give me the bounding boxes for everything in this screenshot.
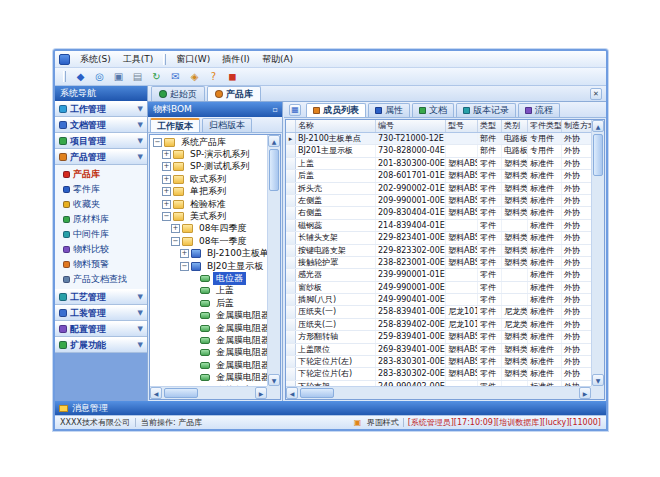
- scroll-left-icon[interactable]: ◀: [150, 387, 162, 399]
- tree-node-金属膜电阻器[interactable]: 金属膜电阻器: [150, 322, 267, 334]
- lock-button[interactable]: ◈: [186, 69, 203, 84]
- table-row[interactable]: 压纸夹(二)258-839402-00E尼龙1010零件尼龙类标准件外协条: [286, 319, 591, 331]
- scroll-down-icon[interactable]: ▼: [592, 374, 604, 386]
- tab-close-button[interactable]: ✕: [590, 88, 602, 100]
- tree-node-电位器[interactable]: 电位器: [150, 272, 267, 284]
- mail-button[interactable]: ✉: [167, 69, 184, 84]
- scroll-up-icon[interactable]: ▲: [592, 120, 604, 132]
- table-row[interactable]: 拆头壳202-990002-01E塑料ABS零件塑料类标准件外协条: [286, 183, 591, 195]
- table-row[interactable]: 磁钢蕊214-839404-01E零件标准件外协条: [286, 220, 591, 232]
- menu-item-2[interactable]: 工具(T): [117, 51, 160, 68]
- sidebar-item-产品文档查找[interactable]: 产品文档查找: [55, 272, 147, 287]
- print-button[interactable]: ▤: [129, 69, 146, 84]
- system-button[interactable]: ◆: [72, 69, 89, 84]
- bom-tree-vscrollbar[interactable]: ▲ ▼: [267, 135, 280, 386]
- tab-起始页[interactable]: 起始页: [151, 86, 205, 101]
- expand-expander[interactable]: +: [162, 162, 171, 171]
- tree-node-单把系列[interactable]: +单把系列: [150, 186, 267, 198]
- tree-node-SP-演示机系列[interactable]: +SP-演示机系列: [150, 148, 267, 160]
- menu-item-4[interactable]: 插件(I): [216, 51, 256, 68]
- exit-button[interactable]: ◼: [224, 69, 241, 84]
- detail-tab-属性[interactable]: 属性: [368, 103, 410, 117]
- tree-node-检验标准[interactable]: +检验标准: [150, 198, 267, 210]
- sidebar-group-产品管理[interactable]: 产品管理▼: [55, 149, 147, 165]
- tree-node-SP-测试机系列[interactable]: +SP-测试机系列: [150, 161, 267, 173]
- table-row[interactable]: 接触轮护罩238-823001-00E塑料ABS零件塑料类标准件外协条: [286, 257, 591, 269]
- tree-node-BJ-2100主板单点[interactable]: +BJ-2100主板单点: [150, 248, 267, 260]
- tree-node-金属膜电阻器[interactable]: 金属膜电阻器: [150, 309, 267, 321]
- hscroll-thumb[interactable]: [300, 388, 334, 398]
- expand-expander[interactable]: +: [180, 249, 189, 258]
- expand-expander[interactable]: +: [162, 200, 171, 209]
- table-row[interactable]: 后盖208-601701-01E塑料ABS零件塑料类标准件外协条: [286, 170, 591, 182]
- grid-vscrollbar[interactable]: ▲ ▼: [591, 120, 604, 386]
- sidebar-item-收藏夹[interactable]: 收藏夹: [55, 197, 147, 212]
- table-row[interactable]: 下轮定位片(左)283-830301-00E塑料ABS零件塑料类标准件外协条: [286, 356, 591, 368]
- tree-node-金属膜电阻器[interactable]: 金属膜电阻器: [150, 334, 267, 346]
- menu-item-5[interactable]: 帮助(A): [256, 51, 299, 68]
- sidebar-item-零件库[interactable]: 零件库: [55, 182, 147, 197]
- collapse-expander[interactable]: −: [162, 212, 171, 221]
- detail-tab-流程[interactable]: 流程: [518, 103, 560, 117]
- table-row[interactable]: 右侧盖209-830404-01E塑料ABS零件塑料类标准件外协条: [286, 207, 591, 219]
- sidebar-group-工艺管理[interactable]: 工艺管理▼: [55, 289, 147, 305]
- tab-产品库[interactable]: 产品库: [207, 86, 261, 101]
- tree-node-08年一季度[interactable]: −08年一季度: [150, 235, 267, 247]
- sidebar-item-原材料库[interactable]: 原材料库: [55, 212, 147, 227]
- table-row[interactable]: 上盖限位269-839401-00E塑料ABS零件塑料类标准件外协条: [286, 344, 591, 356]
- sidebar-group-配置管理[interactable]: 配置管理▼: [55, 321, 147, 337]
- table-row[interactable]: 插脚(八只)249-990401-00E零件标准件外协条: [286, 294, 591, 306]
- detail-tab-文档[interactable]: 文档: [412, 103, 454, 117]
- column-header-制造方式[interactable]: 制造方式: [562, 120, 591, 132]
- search-button[interactable]: ◎: [91, 69, 108, 84]
- grid-hscrollbar[interactable]: ◀ ▶: [286, 386, 591, 399]
- sidebar-group-项目管理[interactable]: 项目管理▼: [55, 133, 147, 149]
- table-row[interactable]: 上盖201-830300-00E塑料ABS零件塑料类标准件外协条: [286, 158, 591, 170]
- scroll-right-icon[interactable]: ▶: [255, 387, 267, 399]
- sidebar-group-工作管理[interactable]: 工作管理▼: [55, 101, 147, 117]
- toolbar-grip[interactable]: [63, 71, 66, 82]
- tree-node-美式系列[interactable]: −美式系列: [150, 210, 267, 222]
- menu-item-3[interactable]: 窗口(W): [170, 51, 216, 68]
- tree-node-BJ20主显示板[interactable]: −BJ20主显示板: [150, 260, 267, 272]
- vscroll-thumb[interactable]: [269, 149, 279, 191]
- tree-node-欧式系列[interactable]: +欧式系列: [150, 173, 267, 185]
- collapse-expander[interactable]: −: [171, 237, 180, 246]
- detail-tab-成员列表[interactable]: 成员列表: [306, 103, 366, 117]
- tree-node-后盖[interactable]: 后盖: [150, 297, 267, 309]
- column-header-类别[interactable]: 类别: [502, 120, 528, 132]
- expand-expander[interactable]: +: [162, 187, 171, 196]
- tree-node-金属膜电阻器[interactable]: 金属膜电阻器: [150, 371, 267, 383]
- column-header-型号[interactable]: 型号: [446, 120, 478, 132]
- table-row[interactable]: ▸BJ-2100主板单点730-T21000-12E部件电路板专用件外协颗: [286, 133, 591, 145]
- tree-node-08年四季度[interactable]: +08年四季度: [150, 223, 267, 235]
- table-row[interactable]: 窗纱板249-990001-00E零件标准件外协条: [286, 282, 591, 294]
- vscroll-thumb[interactable]: [593, 134, 603, 176]
- ui-style-label[interactable]: 界面样式: [367, 417, 399, 428]
- hscroll-thumb[interactable]: [164, 388, 198, 398]
- collapse-expander[interactable]: −: [153, 138, 162, 147]
- tree-node-系统产品库[interactable]: −系统产品库: [150, 136, 267, 148]
- sidebar-group-工装管理[interactable]: 工装管理▼: [55, 305, 147, 321]
- column-header-零件类型[interactable]: 零件类型: [528, 120, 562, 132]
- sidebar-group-文档管理[interactable]: 文档管理▼: [55, 117, 147, 133]
- version-tab-工作版本[interactable]: 工作版本: [150, 118, 200, 132]
- table-row[interactable]: BJ201主显示板730-828000-04E部件电路板专用件外协颗: [286, 145, 591, 157]
- expand-expander[interactable]: +: [162, 175, 171, 184]
- sidebar-item-中间件库[interactable]: 中间件库: [55, 227, 147, 242]
- collapse-expander[interactable]: −: [180, 262, 189, 271]
- scroll-down-icon[interactable]: ▼: [268, 374, 280, 386]
- tree-node-金属膜电阻器[interactable]: 金属膜电阻器: [150, 359, 267, 371]
- expand-expander[interactable]: +: [162, 150, 171, 159]
- column-header-编号[interactable]: 编号: [376, 120, 446, 132]
- table-row[interactable]: 感光器239-990001-01E零件标准件外协条: [286, 269, 591, 281]
- expand-expander[interactable]: +: [171, 224, 180, 233]
- sidebar-item-物料比较[interactable]: 物料比较: [55, 242, 147, 257]
- help-button[interactable]: ?: [205, 69, 222, 84]
- detail-tab-版本记录[interactable]: 版本记录: [456, 103, 516, 117]
- column-header-名称[interactable]: 名称: [296, 120, 376, 132]
- sidebar-item-物料预警[interactable]: 物料预警: [55, 257, 147, 272]
- tree-node-上盖[interactable]: 上盖: [150, 285, 267, 297]
- message-panel-header[interactable]: 消息管理: [55, 401, 606, 415]
- save-button[interactable]: ▣: [110, 69, 127, 84]
